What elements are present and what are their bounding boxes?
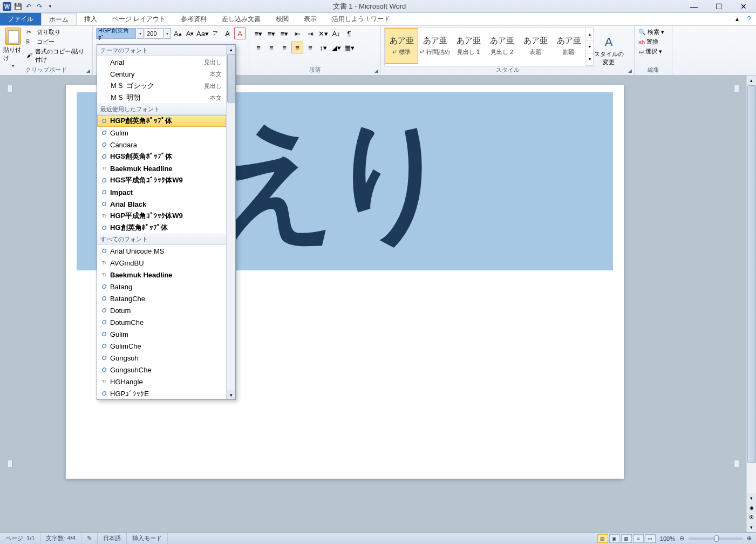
bullets-button[interactable]: ≡▾ bbox=[253, 28, 264, 39]
font-item[interactable]: TrBaekmuk Headline bbox=[97, 162, 226, 174]
ruler-bot-marker[interactable] bbox=[7, 460, 12, 467]
font-name-combo[interactable]: HGP創英角ﾎﾟ bbox=[96, 28, 136, 39]
styles-scroll-up-icon[interactable]: ▴ bbox=[586, 28, 593, 40]
paragraph-launcher[interactable]: ◢ bbox=[373, 67, 379, 74]
status-proofing-icon[interactable]: ✎ bbox=[81, 533, 98, 544]
ruler-top-marker-r[interactable] bbox=[734, 85, 739, 92]
view-draft-icon[interactable]: ▭ bbox=[645, 534, 656, 543]
vertical-scrollbar[interactable]: ▴ ▾ ◉ ⦿ ▾ bbox=[746, 76, 756, 532]
grow-font-button[interactable]: A▴ bbox=[172, 28, 183, 39]
align-center-button[interactable]: ≡ bbox=[265, 42, 277, 53]
style-item[interactable]: あア亜表題 bbox=[519, 28, 552, 64]
font-item[interactable]: TrAVGmdBU bbox=[97, 257, 226, 269]
font-item[interactable]: OHGP創英角ﾎﾟｯﾌﾟ体 bbox=[97, 115, 226, 127]
numbering-button[interactable]: ≡▾ bbox=[265, 28, 277, 39]
font-item[interactable]: OGungsuhChe bbox=[97, 364, 226, 376]
font-dropdown-scrollbar[interactable]: ▴ ▾ bbox=[226, 45, 235, 399]
fd-scroll-thumb[interactable] bbox=[227, 54, 235, 103]
zoom-level[interactable]: 100% bbox=[660, 535, 675, 542]
styles-scroll-down-icon[interactable]: ▾ bbox=[586, 40, 593, 53]
scroll-up-icon[interactable]: ▴ bbox=[747, 76, 756, 85]
tab-review[interactable]: 校閲 bbox=[268, 13, 296, 25]
tab-layout[interactable]: ページ レイアウト bbox=[105, 13, 173, 25]
scroll-down-icon[interactable]: ▾ bbox=[747, 493, 756, 503]
align-left-button[interactable]: ≡ bbox=[253, 42, 264, 53]
font-item[interactable]: OImpact bbox=[97, 186, 226, 198]
increase-indent-button[interactable]: ⇥ bbox=[304, 28, 316, 39]
status-language[interactable]: 日本語 bbox=[98, 533, 127, 544]
style-item[interactable]: あア亜↵ 標準 bbox=[385, 28, 418, 64]
scroll-thumb[interactable] bbox=[747, 85, 756, 463]
font-item[interactable]: ＭＳ ゴシック見出し bbox=[97, 80, 226, 92]
font-item[interactable]: OGulimChe bbox=[97, 340, 226, 352]
font-item[interactable]: OHGPｺﾞｼｯｸE bbox=[97, 387, 226, 399]
view-web-icon[interactable]: ▦ bbox=[621, 534, 632, 543]
tab-use[interactable]: 活用しよう！ワード bbox=[324, 13, 398, 25]
browse-prev-icon[interactable]: ◉ bbox=[747, 503, 756, 513]
clipboard-launcher[interactable]: ◢ bbox=[85, 67, 91, 74]
distributed-button[interactable]: ≡ bbox=[304, 42, 316, 53]
minimize-ribbon-icon[interactable]: ▴ bbox=[732, 14, 742, 24]
style-item[interactable]: あア亜見出し 2 bbox=[485, 28, 519, 64]
font-item[interactable]: OHGS創英角ﾎﾟｯﾌﾟ体 bbox=[97, 151, 226, 162]
shrink-font-button[interactable]: A▾ bbox=[185, 28, 196, 39]
font-item[interactable]: TrBaekmuk Headline bbox=[97, 269, 226, 281]
font-item[interactable]: OGungsuh bbox=[97, 352, 226, 364]
font-item[interactable]: Arial見出し bbox=[97, 56, 226, 68]
style-item[interactable]: あア亜副題 bbox=[552, 28, 585, 64]
tab-file[interactable]: ファイル bbox=[0, 13, 41, 25]
char-border-button[interactable]: A bbox=[234, 28, 246, 39]
asian-layout-button[interactable]: ✕▾ bbox=[317, 28, 329, 39]
zoom-in-button[interactable]: ⊕ bbox=[747, 535, 752, 542]
clear-formatting-button[interactable]: A̷ bbox=[222, 28, 233, 39]
shading-button[interactable]: ◢▾ bbox=[330, 42, 342, 53]
zoom-slider[interactable] bbox=[689, 538, 743, 540]
font-item[interactable]: OGulim bbox=[97, 328, 226, 340]
style-item[interactable]: あア亜↵ 行間詰め bbox=[418, 28, 452, 64]
format-painter-button[interactable]: 🖌書式のコピー/貼り付け bbox=[25, 47, 89, 64]
font-item[interactable]: OGulim bbox=[97, 127, 226, 139]
browse-object-icon[interactable]: ⦿ bbox=[747, 513, 756, 522]
tab-home[interactable]: ホーム bbox=[41, 13, 77, 25]
font-size-combo[interactable]: 200 bbox=[145, 28, 163, 39]
ruler-bot-marker-r[interactable] bbox=[734, 460, 739, 467]
fd-scroll-up-icon[interactable]: ▴ bbox=[227, 45, 235, 54]
help-icon[interactable]: ? bbox=[744, 14, 754, 24]
style-item[interactable]: あア亜見出し 1 bbox=[452, 28, 485, 64]
browse-next-icon[interactable]: ▾ bbox=[747, 522, 756, 532]
justify-button[interactable]: ≡ bbox=[291, 42, 303, 53]
view-print-layout-icon[interactable]: ▤ bbox=[597, 534, 608, 543]
qat-dropdown-icon[interactable]: ▾ bbox=[45, 2, 55, 11]
status-words[interactable]: 文字数: 4/4 bbox=[40, 533, 81, 544]
ruler-top-marker[interactable] bbox=[7, 85, 12, 92]
font-item[interactable]: OArial Unicode MS bbox=[97, 245, 226, 257]
tab-view[interactable]: 表示 bbox=[296, 13, 324, 25]
redo-icon[interactable]: ↷ bbox=[35, 2, 44, 11]
font-item[interactable]: ODotum bbox=[97, 304, 226, 316]
font-item[interactable]: OBatangChe bbox=[97, 293, 226, 304]
borders-button[interactable]: ▦▾ bbox=[343, 42, 355, 53]
font-item[interactable]: TrHGHangle bbox=[97, 376, 226, 387]
font-item[interactable]: TrHGP平成角ｺﾞｼｯｸ体W9 bbox=[97, 210, 226, 222]
minimize-button[interactable]: — bbox=[682, 0, 706, 13]
font-item[interactable]: OArial Black bbox=[97, 198, 226, 210]
decrease-indent-button[interactable]: ⇤ bbox=[291, 28, 303, 39]
view-fullscreen-icon[interactable]: ▣ bbox=[609, 534, 620, 543]
status-page[interactable]: ページ: 1/1 bbox=[0, 533, 40, 544]
tab-insert[interactable]: 挿入 bbox=[77, 13, 105, 25]
zoom-out-button[interactable]: ⊖ bbox=[679, 535, 684, 542]
font-item[interactable]: OHGS平成角ｺﾞｼｯｸ体W9 bbox=[97, 174, 226, 186]
replace-button[interactable]: ab置換 bbox=[638, 37, 669, 46]
cut-button[interactable]: ✂切り取り bbox=[25, 28, 89, 37]
show-marks-button[interactable]: ¶ bbox=[343, 28, 355, 39]
save-icon[interactable]: 💾 bbox=[13, 2, 23, 11]
undo-icon[interactable]: ↶ bbox=[24, 2, 33, 11]
view-outline-icon[interactable]: ≡ bbox=[633, 534, 644, 543]
zoom-thumb[interactable] bbox=[714, 535, 719, 542]
font-item[interactable]: ODotumChe bbox=[97, 316, 226, 328]
multilevel-button[interactable]: ≡▾ bbox=[278, 28, 290, 39]
maximize-button[interactable]: ☐ bbox=[706, 0, 731, 13]
phonetic-guide-button[interactable]: ア bbox=[210, 28, 221, 39]
font-size-dropdown-icon[interactable]: ▾ bbox=[165, 28, 171, 39]
styles-more-icon[interactable]: ▾ bbox=[586, 53, 593, 66]
